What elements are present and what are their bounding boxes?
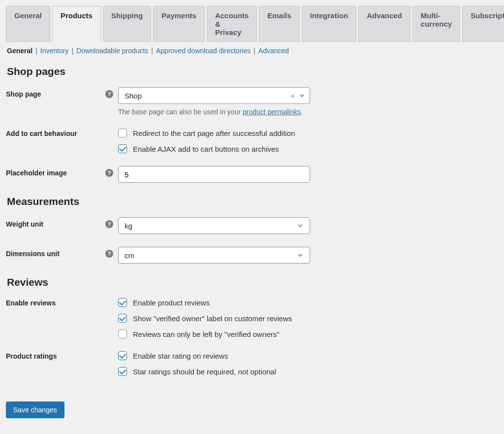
checkbox-enable-star-rating-label: Enable star rating on reviews	[133, 352, 228, 360]
shop-page-description: The base page can also be used in your p…	[118, 108, 310, 116]
shop-page-desc-prefix: The base page can also be used in your	[118, 108, 243, 116]
main-tabs: General Products Shipping Payments Accou…	[6, 6, 498, 42]
shop-page-value: Shop	[125, 92, 142, 100]
section-measurements-title: Measurements	[7, 196, 498, 207]
tab-integration[interactable]: Integration	[302, 6, 357, 42]
tab-multi-currency[interactable]: Multi-currency	[412, 6, 460, 42]
subtab-approved-download-directories[interactable]: Approved download directories	[156, 47, 251, 55]
checkbox-star-rating-required[interactable]	[118, 367, 127, 376]
checkbox-enable-product-reviews-label: Enable product reviews	[133, 299, 210, 307]
chevron-down-icon	[299, 92, 306, 99]
checkbox-enable-ajax-label: Enable AJAX add to cart buttons on archi…	[133, 145, 279, 153]
separator: |	[151, 47, 153, 55]
checkbox-enable-star-rating[interactable]	[118, 351, 127, 360]
label-product-ratings: Product ratings	[6, 351, 118, 360]
label-weight-unit: Weight unit ?	[6, 217, 118, 228]
subtab-general[interactable]: General	[7, 47, 32, 55]
label-placeholder-image-text: Placeholder image	[6, 169, 67, 177]
section-shop-pages-title: Shop pages	[7, 66, 498, 77]
help-icon[interactable]: ?	[105, 169, 113, 177]
separator: |	[71, 47, 73, 55]
tab-advanced[interactable]: Advanced	[358, 6, 410, 42]
help-icon[interactable]: ?	[105, 220, 113, 228]
help-icon[interactable]: ?	[105, 90, 113, 98]
tab-emails[interactable]: Emails	[259, 6, 299, 42]
label-add-to-cart-behaviour: Add to cart behaviour	[6, 129, 118, 137]
help-icon[interactable]: ?	[105, 250, 113, 258]
tab-shipping[interactable]: Shipping	[103, 6, 151, 42]
save-changes-button[interactable]: Save changes	[6, 401, 64, 418]
checkbox-verified-owners-only-label: Reviews can only be left by "verified ow…	[133, 330, 279, 338]
label-product-ratings-text: Product ratings	[6, 352, 57, 360]
label-dimensions-unit: Dimensions unit ?	[6, 247, 118, 258]
tab-products[interactable]: Products	[52, 6, 101, 42]
sub-nav: General | Inventory | Downloadable produ…	[7, 47, 498, 55]
subtab-advanced[interactable]: Advanced	[258, 47, 289, 55]
subtab-inventory[interactable]: Inventory	[40, 47, 69, 55]
shop-page-desc-suffix: .	[301, 108, 303, 116]
checkbox-redirect-to-cart-label: Redirect to the cart page after successf…	[133, 129, 295, 137]
checkbox-redirect-to-cart[interactable]	[118, 129, 127, 137]
subtab-downloadable-products[interactable]: Downloadable products	[76, 47, 148, 55]
tab-general[interactable]: General	[6, 6, 50, 42]
label-add-to-cart-text: Add to cart behaviour	[6, 130, 77, 137]
label-weight-unit-text: Weight unit	[6, 220, 43, 228]
tab-payments[interactable]: Payments	[153, 6, 205, 42]
tab-accounts-privacy[interactable]: Accounts & Privacy	[207, 6, 257, 42]
checkbox-show-verified-owner-label-text: Show "verified owner" label on customer …	[133, 314, 292, 323]
dimensions-unit-value: cm	[125, 251, 134, 260]
section-reviews-title: Reviews	[7, 276, 498, 288]
weight-unit-value: kg	[125, 222, 132, 230]
dimensions-unit-select[interactable]: cm	[118, 247, 310, 264]
label-enable-reviews: Enable reviews	[6, 298, 118, 307]
tab-subscriptions[interactable]: Subscriptions	[462, 6, 504, 42]
checkbox-verified-owners-only[interactable]	[118, 330, 127, 338]
weight-unit-select[interactable]: kg	[118, 217, 310, 234]
label-placeholder-image: Placeholder image ?	[6, 166, 118, 177]
separator: |	[253, 47, 255, 55]
checkbox-enable-product-reviews[interactable]	[118, 298, 127, 307]
clear-icon[interactable]: ×	[290, 92, 295, 100]
checkbox-show-verified-owner-label[interactable]	[118, 314, 127, 323]
label-shop-page: Shop page ?	[6, 87, 118, 98]
checkbox-enable-ajax-add-to-cart[interactable]	[118, 144, 127, 153]
checkbox-star-rating-required-label: Star ratings should be required, not opt…	[133, 367, 276, 376]
label-dimensions-unit-text: Dimensions unit	[6, 250, 60, 258]
product-permalinks-link[interactable]: product permalinks	[243, 108, 301, 116]
chevron-down-icon	[297, 222, 304, 229]
shop-page-select[interactable]: Shop ×	[118, 87, 310, 104]
separator: |	[35, 47, 37, 55]
label-enable-reviews-text: Enable reviews	[6, 299, 56, 307]
label-shop-page-text: Shop page	[6, 90, 41, 98]
placeholder-image-input[interactable]	[118, 166, 310, 183]
chevron-down-icon	[297, 252, 304, 259]
